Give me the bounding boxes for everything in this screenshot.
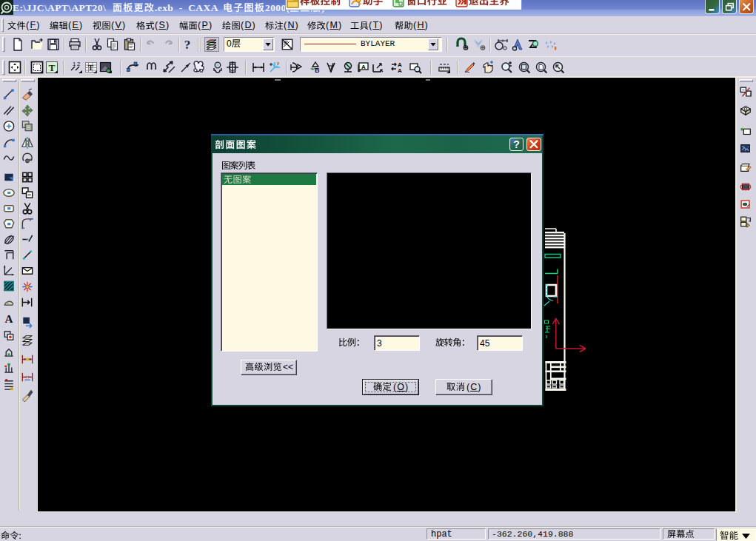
- svg-text:A: A: [361, 64, 366, 70]
- svg-text:A: A: [398, 67, 402, 74]
- svg-text:?: ?: [184, 38, 191, 52]
- svg-text:T: T: [88, 63, 94, 72]
- svg-text:B: B: [315, 67, 320, 74]
- svg-text:y: y: [277, 61, 279, 65]
- svg-text:T: T: [49, 62, 56, 73]
- svg-text:A: A: [5, 312, 13, 325]
- svg-text:?: ?: [513, 138, 520, 150]
